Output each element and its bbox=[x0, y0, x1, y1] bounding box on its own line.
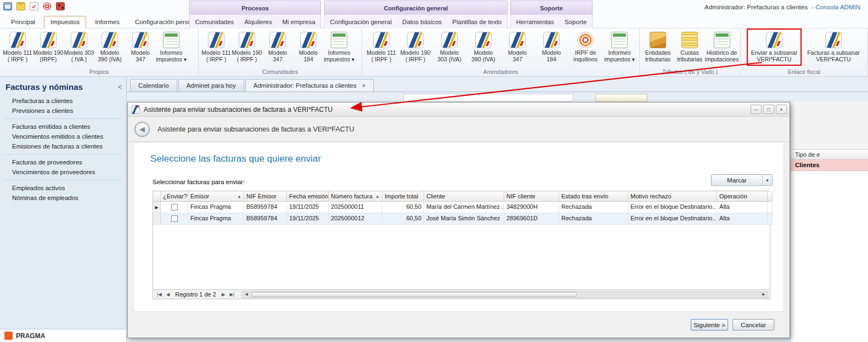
ribbon-item-modelo-184[interactable]: Modelo184 bbox=[293, 30, 324, 64]
ribbon-item-modelo-390-iva[interactable]: Modelo390 (IVA) bbox=[94, 30, 125, 64]
ribbon-item-modelo-111-irpf[interactable]: Modelo 111( IRPF ) bbox=[364, 30, 398, 64]
sidebar-item-facturas-emitidas[interactable]: Facturas emitidas a clientes bbox=[0, 122, 126, 132]
column-header-estado[interactable]: Estado tras envío bbox=[559, 191, 628, 202]
sidebar-item-empleados-activos[interactable]: Empleados activos bbox=[0, 183, 126, 193]
spiral-icon[interactable] bbox=[43, 2, 52, 10]
ribbon-item-irpf-inquilinos[interactable]: IRPF deinquilinos bbox=[568, 30, 602, 64]
scroll-left-icon[interactable]: ◀ bbox=[243, 292, 250, 297]
ribbon-item-modelo-111-irpf[interactable]: Modelo 111( IRPF ) bbox=[201, 30, 232, 64]
page-title: Seleccione las facturas que quiere envia… bbox=[150, 153, 321, 164]
sidebar-item-facturas-proveedores[interactable]: Facturas de proveedores bbox=[0, 157, 126, 167]
column-header-motivo-rechazo[interactable]: Motivo rechazo bbox=[628, 191, 717, 202]
doc-tab-adminet[interactable]: Adminet para hoy bbox=[178, 79, 244, 92]
importe-total-cell: 60,50 bbox=[382, 213, 424, 225]
ribbon-item-historico-imputaciones[interactable]: Histórico deimputaciones bbox=[706, 30, 738, 64]
grid-row[interactable]: Fincas Pragma B58959784 19/11/2025 20250… bbox=[153, 213, 770, 225]
aeat-icon bbox=[407, 32, 424, 48]
tab-mi-empresa[interactable]: Mi empresa bbox=[280, 18, 318, 26]
tab-alquileres[interactable]: Alquileres bbox=[242, 18, 274, 26]
horizontal-scrollbar[interactable]: ◀ ▶ bbox=[242, 291, 768, 298]
background-column-header[interactable]: Tipo de e bbox=[791, 149, 868, 159]
verifactu-icon: * bbox=[766, 32, 782, 48]
column-header-numero-factura[interactable]: Número factura▲ bbox=[329, 191, 382, 202]
pager-prev-button[interactable]: ◀ bbox=[164, 292, 172, 297]
grid-row[interactable]: ▶ Fincas Pragma B58959784 19/11/2025 202… bbox=[153, 202, 770, 213]
ribbon-item-modelo-303-iva[interactable]: Modelo 303( IVA ) bbox=[64, 30, 94, 64]
siguiente-button[interactable]: Siguiente > bbox=[691, 319, 728, 330]
numero-factura-cell: 2025000012 bbox=[329, 213, 382, 225]
marcar-split-button[interactable]: Marcar ▾ bbox=[711, 174, 773, 186]
sidebar-item-vencimientos-proveedores[interactable]: Vencimientos de proveedores bbox=[0, 167, 126, 177]
enviar-cell bbox=[161, 213, 188, 225]
maximize-button[interactable]: □ bbox=[763, 105, 774, 114]
marcar-button[interactable]: Marcar bbox=[712, 175, 763, 185]
close-tab-icon[interactable]: × bbox=[362, 83, 365, 89]
ribbon-item-modelo-347[interactable]: Modelo347 bbox=[125, 30, 156, 64]
dialog-titlebar[interactable]: Asistente para enviar subsanaciones de f… bbox=[128, 102, 790, 117]
column-header-enviar[interactable]: ¿Enviar? bbox=[161, 191, 188, 202]
doc-tab-prefacturas[interactable]: Administrador: Prefacturas a clientes× bbox=[245, 79, 374, 92]
scroll-right-icon[interactable]: ▶ bbox=[760, 292, 768, 297]
enviar-checkbox[interactable] bbox=[171, 204, 178, 210]
column-header-operacion[interactable]: Operación bbox=[717, 191, 768, 202]
sidebar-item-nominas-empleados[interactable]: Nóminas de empleados bbox=[0, 193, 126, 203]
mail-icon[interactable] bbox=[16, 2, 25, 10]
ribbon-item-facturas-subsanar-verifactu[interactable]: *Facturas a subsanarVERI*FACTU bbox=[808, 30, 859, 64]
ribbon-item-modelo-190-irpf[interactable]: Modelo 190( IRPF ) bbox=[398, 30, 432, 64]
ribbon-item-cuotas-tributarias[interactable]: Cuotastributarias bbox=[674, 30, 706, 64]
tab-principal[interactable]: Principal bbox=[4, 16, 42, 29]
tab-comunidades[interactable]: Comunidades bbox=[193, 18, 236, 26]
ribbon-item-enviar-subsanar-verifactu[interactable]: *Enviar a subsanarVERI*FACTU bbox=[748, 30, 800, 64]
ribbon-item-entidades-tributarias[interactable]: Entidadestributarias bbox=[642, 30, 674, 64]
app-window-icon[interactable] bbox=[3, 2, 12, 10]
cancelar-button[interactable]: Cancelar bbox=[732, 319, 774, 330]
tab-configuracion-general[interactable]: Configuración general bbox=[328, 18, 394, 26]
column-header-nif-cliente[interactable]: NIF cliente bbox=[504, 191, 559, 202]
filler-cell bbox=[768, 202, 773, 213]
close-button[interactable]: × bbox=[776, 105, 787, 114]
sidebar-item-previsiones-clientes[interactable]: Previsiones a clientes bbox=[0, 106, 126, 116]
sidebar-item-emisiones-facturas[interactable]: Emisiones de facturas a clientes bbox=[0, 141, 126, 151]
ribbon-item-informes-impuestos[interactable]: Informesimpuestos ▾ bbox=[602, 30, 636, 64]
sidebar-item-vencimientos-emitidos[interactable]: Vencimientos emitidos a clientes bbox=[0, 132, 126, 141]
ribbon-group-propios: Modelo 111( IRPF ) Modelo 190(IRPF) Mode… bbox=[0, 29, 199, 76]
tab-datos-basicos[interactable]: Datos básicos bbox=[400, 18, 444, 26]
ribbon-item-modelo-303-iva[interactable]: Modelo303 (IVA) bbox=[432, 30, 466, 64]
ribbon-item-modelo-390-iva[interactable]: Modelo390 (IVA) bbox=[466, 30, 500, 64]
minimize-button[interactable]: — bbox=[751, 105, 762, 114]
tab-herramientas[interactable]: Herramientas bbox=[514, 18, 556, 26]
pager-first-button[interactable]: |◀ bbox=[155, 292, 164, 297]
column-header-nif-emisor[interactable]: NIF Emisor bbox=[244, 191, 287, 202]
tab-plantillas-texto[interactable]: Plantillas de texto bbox=[450, 18, 504, 26]
bug-icon[interactable] bbox=[56, 2, 65, 10]
ribbon-item-informes-impuestos[interactable]: Informesimpuestos ▾ bbox=[324, 30, 354, 64]
column-header-importe-total[interactable]: Importe total bbox=[382, 191, 424, 202]
ribbon-item-modelo-190-irpf[interactable]: Modelo 190(IRPF) bbox=[33, 30, 64, 64]
column-header-emisor[interactable]: Emisor▲ bbox=[188, 191, 244, 202]
back-button[interactable]: ◀ bbox=[134, 122, 150, 137]
ribbon-item-modelo-347[interactable]: Modelo347 bbox=[262, 30, 293, 64]
doc-tab-calendario[interactable]: Calendario bbox=[130, 79, 177, 92]
pager-next-button[interactable]: ▶ bbox=[219, 292, 228, 297]
pager-last-button[interactable]: ▶| bbox=[227, 292, 236, 297]
tab-soporte[interactable]: Soporte bbox=[562, 18, 589, 26]
ribbon-item-modelo-184[interactable]: Modelo184 bbox=[534, 30, 568, 64]
ribbon-item-modelo-190-irpf[interactable]: Modelo 190( IRPF ) bbox=[232, 30, 262, 64]
sidebar-item-prefacturas-clientes[interactable]: Prefacturas a clientes bbox=[0, 96, 126, 106]
sidebar-collapse-icon[interactable]: < bbox=[118, 83, 122, 91]
background-selected-row[interactable]: Clientes bbox=[791, 159, 868, 171]
scrollbar-thumb[interactable] bbox=[251, 292, 577, 297]
chevron-down-icon[interactable]: ▾ bbox=[763, 175, 772, 185]
enviar-checkbox[interactable] bbox=[171, 215, 178, 222]
motivo-rechazo-cell: Error en el bloque Destinatario.. El ... bbox=[628, 202, 717, 213]
ribbon-item-informes-impuestos[interactable]: Informesimpuestos ▾ bbox=[156, 30, 187, 64]
ribbon-item-label: Modelo bbox=[131, 50, 150, 56]
window-title-context: Administrador: Prefacturas a clientes bbox=[704, 4, 808, 10]
column-header-fecha-emision[interactable]: Fecha emisión bbox=[287, 191, 329, 202]
ribbon-item-modelo-347[interactable]: Modelo347 bbox=[500, 30, 534, 64]
check-document-icon[interactable]: ✓ bbox=[30, 2, 38, 10]
tab-impuestos[interactable]: Impuestos bbox=[44, 16, 86, 29]
tab-informes[interactable]: Informes bbox=[88, 16, 126, 29]
ribbon-item-modelo-111-irpf[interactable]: Modelo 111( IRPF ) bbox=[2, 30, 33, 64]
column-header-cliente[interactable]: Cliente bbox=[424, 191, 504, 202]
